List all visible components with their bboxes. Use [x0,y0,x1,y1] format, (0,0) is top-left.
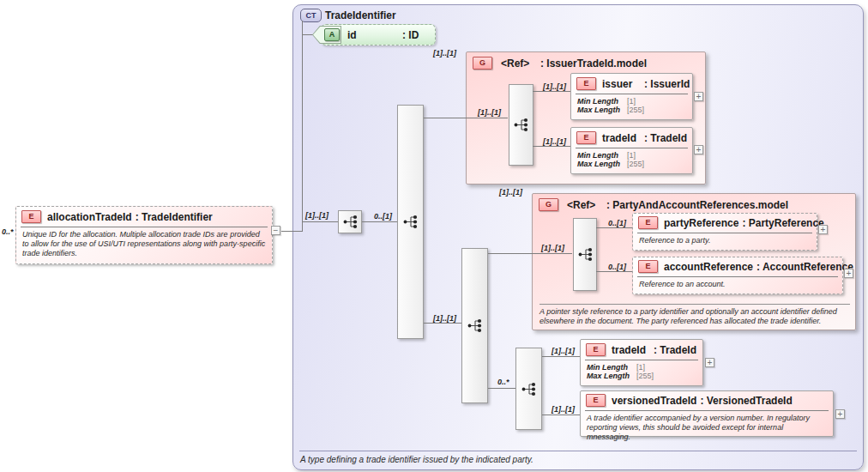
cardinality-label: [1]..[1] [543,137,566,146]
connector-line [281,231,303,232]
element-header: E accountReference : AccountReference [633,257,842,275]
cardinality-label: 0..* [2,227,14,236]
cardinality-label: 0..[1] [608,219,626,227]
facet-label: Max Length [587,372,636,380]
group-type: : IssuerTradeId.model [540,57,647,70]
expand-button[interactable]: + [818,225,828,234]
cardinality-label: 0..* [497,378,509,386]
connector-line [488,388,515,389]
expand-button[interactable]: + [835,409,845,419]
connector-line [424,323,461,324]
element-badge: E [638,260,658,273]
cardinality-label: [1]..[1] [541,244,564,252]
element-versionedTradeId[interactable]: E versionedTradeId : VersionedTradeId A … [580,390,834,437]
element-badge: E [576,131,596,144]
connector-line [302,34,314,35]
facet-value: [255] [627,160,644,168]
element-type: : PartyReference [742,217,823,229]
connector-line [302,21,303,232]
element-type: : TradeId [644,132,687,144]
element-annotation: Reference to a party. [633,233,817,245]
element-name: accountReference [664,261,753,273]
connector-line [533,146,570,147]
cardinality-label: [1]..[1] [552,347,575,355]
facets: Min Length [1] Max Length [255] [571,94,692,114]
element-header: E issuer : IssuerId [571,74,692,92]
element-type: : TradeIdentifier [136,211,213,223]
cardinality-label: [1]..[1] [433,49,456,57]
facet-value: [1] [636,363,645,372]
element-partyReference[interactable]: E partyReference : PartyReference Refere… [632,213,817,251]
element-badge: E [576,77,596,90]
cardinality-label: [1]..[1] [433,314,456,323]
connector-line [362,221,397,222]
facet-label: Max Length [577,160,627,168]
complextype-title: TradeIdentifier [325,9,396,21]
connector-line [424,118,508,118]
caption-divider [299,451,857,451]
element-badge: E [638,216,658,229]
connector-line [596,271,632,272]
optional-sequence-compositor[interactable] [397,105,424,339]
cardinality-label: [1]..[1] [478,108,501,117]
element-name: tradeId [612,344,650,356]
repeat-sequence-compositor[interactable] [515,348,542,430]
annotation-divider [539,304,850,305]
expand-button[interactable]: + [694,145,703,154]
cardinality-label: [1]..[1] [552,405,575,414]
connector-line [596,227,632,228]
group-badge: G [539,198,558,211]
inner-sequence-compositor[interactable] [461,248,488,403]
element-type: : TradeId [654,344,696,356]
element-accountReference[interactable]: E accountReference : AccountReference Re… [632,257,843,294]
element-annotation: Reference to an account. [633,277,842,289]
element-name: versionedTradeId [612,395,696,407]
facet-min-length: Min Length [1] [577,151,686,160]
facets: Min Length [1] Max Length [255] [581,360,702,380]
facet-label: Max Length [577,106,627,114]
element-tradeId-2[interactable]: E tradeId : TradeId Min Length [1] Max L… [580,339,703,386]
element-name: issuer [602,78,641,90]
cardinality-label: [1]..[1] [499,188,522,197]
sequence-icon [521,381,537,397]
element-name: allocationTradeId [47,211,132,223]
group1-sequence-compositor[interactable] [509,84,533,166]
facet-value: [255] [636,372,654,380]
element-type: : AccountReference [756,261,853,273]
element-annotation: Unique ID for the allocation. Multiple a… [16,227,272,258]
complextype-caption: A type defining a trade identifier issue… [300,455,533,464]
facet-value: [255] [627,106,644,114]
element-header: E allocationTradeId : TradeIdentifier [16,207,272,225]
facet-label: Min Length [577,97,627,106]
element-name: partyReference [664,217,738,229]
facet-min-length: Min Length [1] [577,97,686,106]
element-badge: E [586,394,606,407]
element-tradeId[interactable]: E tradeId : TradeId Min Length [1] Max L… [570,127,693,174]
group2-sequence-compositor[interactable] [573,218,597,291]
facet-value: [1] [627,151,636,160]
facet-value: [1] [627,97,636,106]
facet-min-length: Min Length [1] [587,363,696,372]
connector-line [542,356,580,357]
cardinality-label: [1]..[1] [305,211,329,220]
sequence-icon [513,117,529,133]
root-sequence-compositor[interactable] [338,210,362,233]
connector-line [488,253,572,254]
element-allocationTradeId[interactable]: E allocationTradeId : TradeIdentifier Un… [15,206,273,264]
element-type: : IssuerId [644,78,690,90]
attribute-name: id [347,29,402,41]
group-annotation: A pointer style reference to a party ide… [539,307,852,325]
collapse-button[interactable]: − [271,226,280,235]
element-issuer[interactable]: E issuer : IssuerId Min Length [1] Max L… [570,73,693,120]
expand-button[interactable]: + [705,358,714,367]
attribute-badge: A [324,28,340,41]
group-badge: G [473,57,492,70]
element-header: E partyReference : PartyReference [633,214,817,231]
sequence-icon [402,214,419,230]
attribute-type: : ID [402,29,419,41]
expand-button[interactable]: + [694,92,703,101]
connector-line [302,221,338,222]
complextype-badge: CT [300,9,322,22]
expand-button[interactable]: + [844,269,853,278]
element-badge: E [586,343,606,356]
